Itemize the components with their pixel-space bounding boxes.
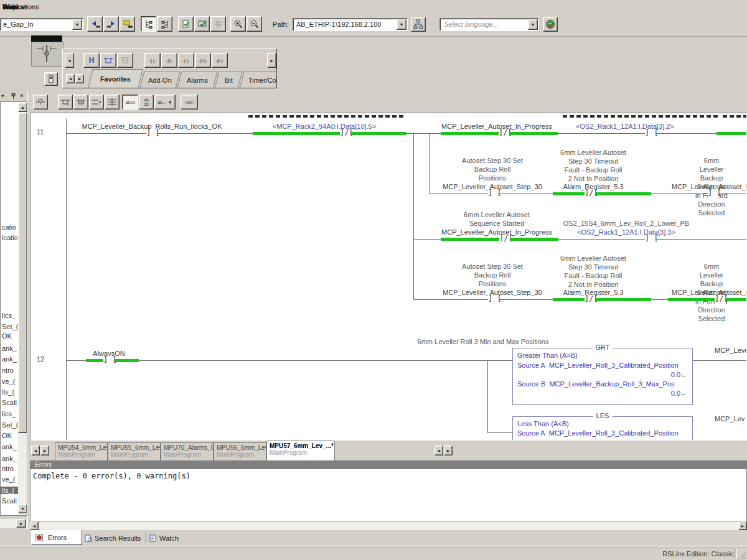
scroll-right-button[interactable]: ►	[738, 521, 747, 530]
palette-scroll-right-button[interactable]: ►	[267, 53, 276, 68]
contact-tag[interactable]: MCP_Leveller_Autoset_In_Progress	[441, 228, 552, 236]
tree-item[interactable]: ank_	[1, 443, 19, 450]
output-tag[interactable]: MCP_Lev	[715, 415, 745, 422]
show-descriptions-button[interactable]: abcd	[122, 95, 138, 110]
xio-contact[interactable]: ]/[	[499, 129, 510, 138]
tree-item[interactable]: Scali	[1, 497, 19, 505]
errors-hscrollbar[interactable]: ◄ ►	[30, 521, 747, 530]
rung-out-button[interactable]	[89, 95, 104, 110]
grid-button[interactable]	[210, 16, 226, 32]
contact-tag[interactable]: MCP_Leveller_Autoset_In_Progress	[441, 123, 552, 130]
preview-title-bar[interactable]	[31, 35, 62, 42]
tree-item[interactable]: ve_(	[1, 475, 19, 483]
tree-item[interactable]: OK	[1, 432, 19, 439]
scroll-right-button[interactable]: ►	[16, 519, 26, 528]
resize-grip[interactable]	[738, 552, 746, 560]
menu-help[interactable]: Help	[0, 2, 19, 12]
otu-button[interactable]: -(U)-	[195, 53, 211, 68]
tree-item-selected[interactable]: lls_(	[1, 487, 19, 494]
tree-item[interactable]: Scali	[1, 399, 19, 406]
language-dropdown[interactable]: ▼	[528, 19, 538, 30]
language-globe-button[interactable]	[543, 17, 558, 32]
xic-contact[interactable]: ] [	[708, 189, 719, 198]
routine-tab[interactable]: MPU55_6mm_Level...MainProgram	[108, 442, 161, 460]
tree-item[interactable]: icatio	[1, 234, 19, 241]
tree-item[interactable]: Set_(	[1, 323, 19, 330]
language-combo[interactable]: Select language... ▼	[439, 18, 539, 31]
wrap-descriptions-button[interactable]: ab cd	[139, 95, 154, 110]
zoom-in-button[interactable]	[230, 16, 246, 32]
rung-number[interactable]: 12	[37, 355, 44, 363]
toggle-rung-comments-button[interactable]	[33, 95, 48, 110]
xic-contact[interactable]: ] [	[103, 356, 115, 365]
contact-tag[interactable]: <OS2_Rack1_12A1:I.Data[3].3>	[577, 228, 675, 236]
tag-combo[interactable]: e_Gap_In ▼	[0, 18, 83, 31]
grt-source-b-value[interactable]: 0.0←	[671, 390, 687, 397]
tree-item[interactable]: lls_(	[1, 388, 19, 396]
routine-tab-active[interactable]: MPU57_6mm_Lev_...*MainProgram	[266, 441, 335, 460]
branch-level-button[interactable]	[117, 53, 133, 68]
xio-contact[interactable]: ]/[	[499, 235, 510, 243]
contact-tag[interactable]: <OS2_Rack1_12A1:I.Data[3].2>	[576, 123, 674, 130]
output-tag[interactable]: MCP_Leve	[715, 347, 747, 354]
verify-routine-button[interactable]	[178, 16, 194, 32]
xio-contact[interactable]: ]/[	[715, 295, 726, 304]
xic-contact[interactable]: ] [	[645, 129, 656, 138]
xio-contact[interactable]: ]/[	[340, 129, 351, 138]
scroll-down-button[interactable]: ▼	[18, 504, 27, 513]
tree-item[interactable]: ve_(	[1, 378, 19, 385]
routine-tabs-left-button[interactable]: ◄	[31, 446, 40, 455]
routine-tabs-right-button-2[interactable]: ►	[444, 446, 453, 455]
vscroll-thumb[interactable]	[18, 113, 27, 433]
search-forward-button[interactable]	[103, 16, 119, 32]
contact-tag[interactable]: MCP_Leveller_Autoset_Backup_	[672, 289, 747, 296]
tab-add-on[interactable]: Add-On	[140, 72, 181, 88]
ote-button[interactable]: -( )-	[178, 53, 194, 68]
verify-controller-button[interactable]	[194, 16, 210, 32]
xic-contact[interactable]: ] [	[645, 235, 656, 243]
xic-contact[interactable]: ] [	[146, 129, 157, 138]
tree-item[interactable]: lics_	[1, 312, 19, 319]
tree-hscrollbar[interactable]: ►	[0, 519, 27, 528]
search-back-button[interactable]	[87, 16, 103, 32]
tab-errors[interactable]: Errors	[31, 530, 82, 545]
path-combo[interactable]: AB_ETHIP-1\192.168.2.100 ▼	[293, 18, 408, 31]
chevron-down-icon[interactable]: ▾	[1, 93, 4, 99]
tab-timer-counter[interactable]: Timer/Cour	[240, 72, 277, 88]
tag-combo-dropdown[interactable]: ▼	[72, 19, 82, 30]
tab-favorites[interactable]: Favorites	[88, 69, 143, 88]
xic-button[interactable]: -| |-	[144, 53, 161, 68]
grt-source-a-value[interactable]: 0.0←	[671, 371, 687, 378]
errors-content[interactable]: Complete - 0 error(s), 0 warning(s)	[30, 469, 747, 521]
routine-tabs-right-button[interactable]: ►	[40, 446, 49, 455]
tree-item[interactable]: ank_	[1, 455, 19, 462]
tree-item[interactable]: ntro	[1, 465, 19, 472]
tab-bit[interactable]: Bit	[215, 72, 243, 88]
branch-tool-1-button[interactable]	[58, 95, 73, 110]
palette-tabs-right-button[interactable]: ►	[75, 74, 84, 83]
toggle-results-button[interactable]	[157, 16, 172, 32]
rung-number[interactable]: 11	[37, 128, 44, 136]
path-dropdown[interactable]: ▼	[397, 19, 406, 30]
new-rung-button[interactable]: H	[83, 53, 100, 68]
tab-search-results[interactable]: Search Results	[85, 532, 141, 544]
routine-tab[interactable]: MPU54_6mm_Level...MainProgram	[55, 442, 108, 460]
zoom-out-button[interactable]	[247, 16, 262, 32]
tab-watch[interactable]: Watch	[149, 532, 179, 544]
les-instruction[interactable]: LES Less Than (A<B) Source A MCP_Levelle…	[512, 416, 693, 441]
find-button[interactable]	[120, 16, 135, 32]
xio-contact[interactable]: ]/[	[585, 189, 596, 198]
who-active-button[interactable]	[411, 17, 426, 32]
tree-item[interactable]: ank_	[1, 355, 19, 363]
xic-contact[interactable]: ] [	[488, 295, 499, 304]
scroll-up-button[interactable]: ▲	[18, 103, 27, 112]
tab-alarms[interactable]: Alarms	[177, 72, 218, 88]
toggle-organizer-button[interactable]	[141, 16, 156, 32]
tree-item[interactable]: Set_(	[1, 421, 19, 429]
element-toggle-button[interactable]	[44, 72, 58, 86]
ladder-editor[interactable]: 11 12 MCP_Leveller_Backup_Rolls_Run_Iloc…	[30, 113, 747, 441]
tree-item[interactable]: ntro	[1, 366, 19, 374]
xio-contact[interactable]: ]/[	[585, 295, 596, 304]
otl-button[interactable]: -(L)-	[212, 53, 228, 68]
contact-tag[interactable]: <MCP_Rack2_94A0:I.Data[10].5>	[273, 123, 376, 130]
